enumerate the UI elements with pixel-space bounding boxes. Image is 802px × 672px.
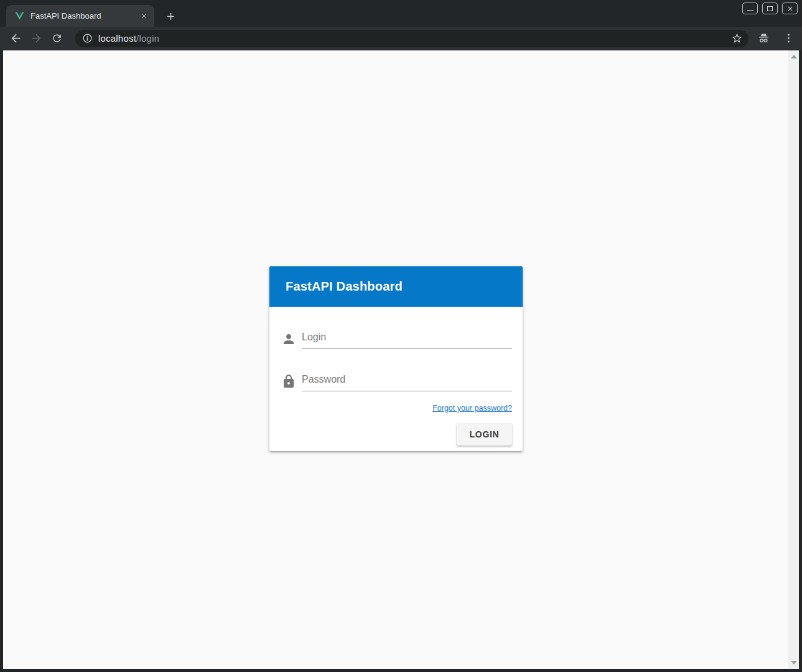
url-path: /login bbox=[136, 33, 159, 44]
window-controls bbox=[742, 2, 798, 14]
bookmark-star-button[interactable] bbox=[730, 32, 744, 45]
person-icon bbox=[281, 332, 296, 347]
password-input-underline bbox=[302, 371, 512, 391]
browser-window: FastAPI Dashboard bbox=[0, 0, 802, 672]
tab-close-icon[interactable] bbox=[139, 11, 149, 21]
url-text[interactable]: localhost/login bbox=[98, 33, 730, 44]
scroll-down-icon[interactable] bbox=[791, 661, 797, 665]
login-input[interactable] bbox=[302, 329, 512, 348]
card-title: FastAPI Dashboard bbox=[286, 279, 403, 294]
password-input[interactable] bbox=[302, 371, 512, 391]
info-icon[interactable] bbox=[82, 33, 93, 44]
password-field-row bbox=[281, 371, 512, 391]
url-host: localhost bbox=[98, 33, 136, 44]
tab-strip: FastAPI Dashboard bbox=[0, 0, 802, 27]
reload-button[interactable] bbox=[49, 30, 65, 47]
vue-logo-icon bbox=[14, 11, 25, 21]
close-window-button[interactable] bbox=[782, 2, 798, 14]
login-card: FastAPI Dashboard bbox=[269, 266, 523, 451]
forward-button[interactable] bbox=[28, 30, 44, 47]
card-actions: LOGIN bbox=[281, 423, 512, 446]
login-field-row bbox=[281, 329, 512, 349]
login-button[interactable]: LOGIN bbox=[457, 423, 512, 446]
menu-dots-icon bbox=[783, 32, 795, 44]
plus-icon bbox=[165, 11, 177, 22]
browser-tab[interactable]: FastAPI Dashboard bbox=[6, 5, 154, 27]
minimize-icon bbox=[747, 10, 753, 11]
forgot-password-row: Forgot your password? bbox=[281, 402, 512, 413]
incognito-icon bbox=[757, 32, 770, 45]
page-viewport: FastAPI Dashboard bbox=[3, 50, 799, 669]
incognito-indicator bbox=[756, 31, 771, 46]
browser-menu-button[interactable] bbox=[781, 31, 796, 46]
back-button[interactable] bbox=[7, 30, 24, 47]
tab-title: FastAPI Dashboard bbox=[30, 11, 139, 21]
minimize-button[interactable] bbox=[742, 2, 758, 14]
close-icon bbox=[786, 5, 794, 12]
new-tab-button[interactable] bbox=[163, 9, 178, 24]
forgot-password-link[interactable]: Forgot your password? bbox=[432, 404, 512, 413]
back-arrow-icon bbox=[9, 32, 22, 45]
toolbar-right bbox=[756, 31, 796, 46]
scrollbar[interactable] bbox=[788, 50, 799, 669]
maximize-button[interactable] bbox=[762, 2, 778, 14]
star-icon bbox=[731, 32, 743, 44]
reload-icon bbox=[51, 32, 63, 44]
login-input-underline bbox=[302, 329, 512, 349]
browser-toolbar: localhost/login bbox=[0, 27, 802, 50]
scroll-up-icon[interactable] bbox=[791, 55, 797, 58]
lock-icon bbox=[281, 374, 296, 389]
forward-arrow-icon bbox=[30, 32, 43, 45]
login-form: Forgot your password? LOGIN bbox=[269, 307, 523, 451]
maximize-icon bbox=[767, 6, 773, 11]
address-bar[interactable]: localhost/login bbox=[75, 30, 748, 47]
card-header: FastAPI Dashboard bbox=[269, 266, 523, 307]
